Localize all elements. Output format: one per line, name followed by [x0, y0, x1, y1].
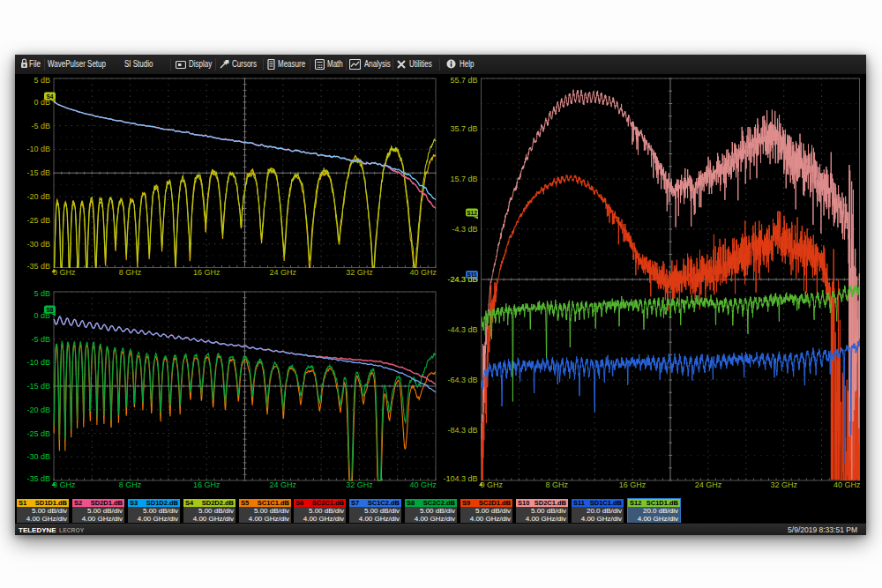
svg-text:-24.3 dB: -24.3 dB — [447, 275, 477, 284]
svg-text:40 GHz: 40 GHz — [409, 480, 437, 489]
svg-text:-20 dB: -20 dB — [26, 192, 50, 201]
svg-text:15.7 dB: 15.7 dB — [450, 175, 477, 183]
svg-text:40 GHz: 40 GHz — [409, 268, 437, 277]
svg-text:-30 dB: -30 dB — [26, 452, 50, 461]
svg-text:-15 dB: -15 dB — [26, 382, 50, 391]
svg-text:-25 dB: -25 dB — [26, 216, 50, 225]
svg-text:-44.3 dB: -44.3 dB — [447, 325, 477, 334]
svg-text:S4: S4 — [47, 93, 54, 100]
svg-text:0 GHz: 0 GHz — [53, 268, 76, 277]
svg-text:5 dB: 5 dB — [34, 289, 50, 298]
svg-text:16 GHz: 16 GHz — [619, 480, 647, 489]
svg-text:16 GHz: 16 GHz — [193, 480, 220, 489]
svg-text:-64.3 dB: -64.3 dB — [447, 376, 477, 384]
svg-text:0 GHz: 0 GHz — [53, 480, 76, 489]
svg-text:8 GHz: 8 GHz — [546, 480, 569, 489]
svg-text:-5 dB: -5 dB — [31, 122, 50, 130]
svg-text:32 GHz: 32 GHz — [346, 480, 373, 489]
svg-text:24 GHz: 24 GHz — [695, 480, 722, 489]
svg-text:32 GHz: 32 GHz — [346, 268, 373, 277]
svg-text:-15 dB: -15 dB — [26, 168, 50, 177]
svg-text:-5 dB: -5 dB — [31, 335, 50, 344]
svg-text:-104.3 dB: -104.3 dB — [443, 474, 477, 483]
svg-text:55.7 dB: 55.7 dB — [450, 76, 477, 85]
svg-text:-30 dB: -30 dB — [26, 240, 50, 249]
svg-text:-10 dB: -10 dB — [26, 358, 50, 367]
svg-text:16 GHz: 16 GHz — [193, 268, 220, 277]
svg-text:-84.3 dB: -84.3 dB — [447, 426, 477, 435]
svg-text:0 GHz: 0 GHz — [481, 480, 504, 489]
svg-text:-10 dB: -10 dB — [26, 145, 50, 153]
svg-text:-35 dB: -35 dB — [26, 262, 50, 271]
svg-text:S8: S8 — [47, 307, 54, 313]
svg-text:-20 dB: -20 dB — [26, 406, 50, 414]
svg-text:35.7 dB: 35.7 dB — [450, 124, 477, 133]
svg-text:5 dB: 5 dB — [34, 76, 50, 85]
svg-text:8 GHz: 8 GHz — [119, 480, 142, 489]
svg-text:40 GHz: 40 GHz — [833, 480, 861, 489]
svg-text:S12: S12 — [467, 210, 477, 216]
svg-text:8 GHz: 8 GHz — [119, 268, 142, 277]
svg-text:-25 dB: -25 dB — [26, 429, 50, 438]
svg-text:32 GHz: 32 GHz — [770, 480, 797, 489]
svg-text:-4.3 dB: -4.3 dB — [452, 225, 477, 234]
svg-text:24 GHz: 24 GHz — [270, 480, 297, 489]
svg-text:24 GHz: 24 GHz — [270, 268, 297, 277]
svg-text:-35 dB: -35 dB — [26, 474, 50, 483]
